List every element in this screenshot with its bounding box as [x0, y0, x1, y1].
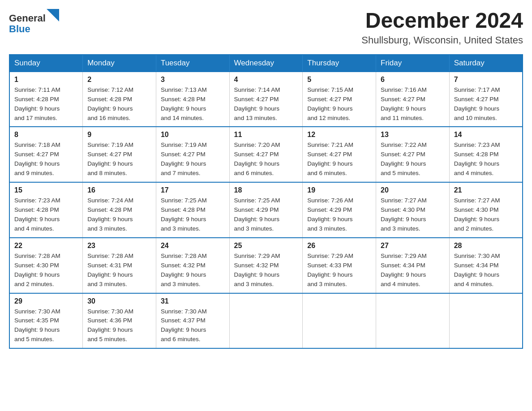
day-info: Sunrise: 7:16 AM Sunset: 4:27 PM Dayligh…	[381, 86, 445, 123]
day-info: Sunrise: 7:25 AM Sunset: 4:28 PM Dayligh…	[161, 196, 225, 234]
day-info: Sunrise: 7:27 AM Sunset: 4:30 PM Dayligh…	[381, 196, 445, 234]
logo-text: General Blue	[9, 9, 59, 34]
day-number: 2	[87, 76, 151, 84]
day-info: Sunrise: 7:30 AM Sunset: 4:36 PM Dayligh…	[87, 307, 151, 345]
calendar-cell: 31 Sunrise: 7:30 AM Sunset: 4:37 PM Dayl…	[156, 293, 229, 349]
calendar-cell: 2 Sunrise: 7:12 AM Sunset: 4:28 PM Dayli…	[83, 72, 156, 127]
calendar-header-row: SundayMondayTuesdayWednesdayThursdayFrid…	[9, 55, 523, 72]
header-wednesday: Wednesday	[229, 55, 303, 72]
day-info: Sunrise: 7:30 AM Sunset: 4:34 PM Dayligh…	[454, 252, 518, 289]
calendar-cell: 12 Sunrise: 7:21 AM Sunset: 4:27 PM Dayl…	[303, 127, 376, 182]
day-number: 22	[14, 242, 78, 250]
calendar-cell: 1 Sunrise: 7:11 AM Sunset: 4:28 PM Dayli…	[9, 72, 83, 127]
day-info: Sunrise: 7:11 AM Sunset: 4:28 PM Dayligh…	[14, 86, 78, 123]
day-info: Sunrise: 7:17 AM Sunset: 4:27 PM Dayligh…	[454, 86, 518, 123]
header-tuesday: Tuesday	[156, 55, 229, 72]
calendar-cell: 11 Sunrise: 7:20 AM Sunset: 4:27 PM Dayl…	[229, 127, 303, 182]
day-number: 25	[234, 242, 298, 250]
location-title: Shullsburg, Wisconsin, United States	[361, 34, 523, 46]
day-info: Sunrise: 7:29 AM Sunset: 4:33 PM Dayligh…	[307, 252, 371, 289]
calendar-cell: 27 Sunrise: 7:29 AM Sunset: 4:34 PM Dayl…	[376, 238, 450, 293]
day-info: Sunrise: 7:30 AM Sunset: 4:37 PM Dayligh…	[161, 307, 225, 345]
calendar-cell: 25 Sunrise: 7:29 AM Sunset: 4:32 PM Dayl…	[229, 238, 303, 293]
day-info: Sunrise: 7:18 AM Sunset: 4:27 PM Dayligh…	[14, 141, 78, 178]
day-info: Sunrise: 7:15 AM Sunset: 4:27 PM Dayligh…	[307, 86, 371, 123]
day-number: 30	[87, 297, 151, 305]
day-info: Sunrise: 7:25 AM Sunset: 4:29 PM Dayligh…	[234, 196, 298, 234]
day-number: 24	[161, 242, 225, 250]
calendar-cell	[376, 293, 450, 349]
calendar-cell: 13 Sunrise: 7:22 AM Sunset: 4:27 PM Dayl…	[376, 127, 450, 182]
calendar-cell: 22 Sunrise: 7:28 AM Sunset: 4:30 PM Dayl…	[9, 238, 83, 293]
day-number: 17	[161, 186, 225, 194]
calendar-cell: 24 Sunrise: 7:28 AM Sunset: 4:32 PM Dayl…	[156, 238, 229, 293]
day-info: Sunrise: 7:14 AM Sunset: 4:27 PM Dayligh…	[234, 86, 298, 123]
day-number: 4	[234, 76, 298, 84]
day-number: 8	[14, 131, 78, 139]
day-info: Sunrise: 7:27 AM Sunset: 4:30 PM Dayligh…	[454, 196, 518, 234]
calendar-cell	[303, 293, 376, 349]
day-number: 1	[14, 76, 78, 84]
week-row-4: 22 Sunrise: 7:28 AM Sunset: 4:30 PM Dayl…	[9, 238, 523, 293]
calendar-cell: 19 Sunrise: 7:26 AM Sunset: 4:29 PM Dayl…	[303, 182, 376, 238]
title-block: December 2024 Shullsburg, Wisconsin, Uni…	[361, 9, 523, 46]
day-number: 16	[87, 186, 151, 194]
day-info: Sunrise: 7:28 AM Sunset: 4:30 PM Dayligh…	[14, 252, 78, 289]
day-info: Sunrise: 7:29 AM Sunset: 4:32 PM Dayligh…	[234, 252, 298, 289]
day-number: 11	[234, 131, 298, 139]
day-number: 20	[381, 186, 445, 194]
calendar-cell: 17 Sunrise: 7:25 AM Sunset: 4:28 PM Dayl…	[156, 182, 229, 238]
day-info: Sunrise: 7:21 AM Sunset: 4:27 PM Dayligh…	[307, 141, 371, 178]
week-row-5: 29 Sunrise: 7:30 AM Sunset: 4:35 PM Dayl…	[9, 293, 523, 349]
day-info: Sunrise: 7:29 AM Sunset: 4:34 PM Dayligh…	[381, 252, 445, 289]
calendar-cell: 26 Sunrise: 7:29 AM Sunset: 4:33 PM Dayl…	[303, 238, 376, 293]
svg-marker-0	[47, 9, 59, 21]
calendar-cell: 10 Sunrise: 7:19 AM Sunset: 4:27 PM Dayl…	[156, 127, 229, 182]
day-number: 14	[454, 131, 518, 139]
calendar-cell	[229, 293, 303, 349]
day-number: 31	[161, 297, 225, 305]
day-number: 15	[14, 186, 78, 194]
header-sunday: Sunday	[9, 55, 83, 72]
day-info: Sunrise: 7:23 AM Sunset: 4:28 PM Dayligh…	[454, 141, 518, 178]
logo: General Blue	[9, 9, 59, 34]
calendar-cell: 15 Sunrise: 7:23 AM Sunset: 4:28 PM Dayl…	[9, 182, 83, 238]
calendar-cell: 6 Sunrise: 7:16 AM Sunset: 4:27 PM Dayli…	[376, 72, 450, 127]
day-info: Sunrise: 7:19 AM Sunset: 4:27 PM Dayligh…	[87, 141, 151, 178]
calendar-cell: 7 Sunrise: 7:17 AM Sunset: 4:27 PM Dayli…	[449, 72, 523, 127]
day-number: 27	[381, 242, 445, 250]
day-number: 13	[381, 131, 445, 139]
day-number: 26	[307, 242, 371, 250]
calendar-cell	[449, 293, 523, 349]
week-row-3: 15 Sunrise: 7:23 AM Sunset: 4:28 PM Dayl…	[9, 182, 523, 238]
logo-blue: Blue	[9, 23, 30, 34]
calendar-cell: 21 Sunrise: 7:27 AM Sunset: 4:30 PM Dayl…	[449, 182, 523, 238]
day-number: 9	[87, 131, 151, 139]
day-info: Sunrise: 7:24 AM Sunset: 4:28 PM Dayligh…	[87, 196, 151, 234]
calendar-table: SundayMondayTuesdayWednesdayThursdayFrid…	[9, 54, 523, 349]
calendar-cell: 18 Sunrise: 7:25 AM Sunset: 4:29 PM Dayl…	[229, 182, 303, 238]
week-row-2: 8 Sunrise: 7:18 AM Sunset: 4:27 PM Dayli…	[9, 127, 523, 182]
calendar-cell: 9 Sunrise: 7:19 AM Sunset: 4:27 PM Dayli…	[83, 127, 156, 182]
day-number: 5	[307, 76, 371, 84]
calendar-cell: 28 Sunrise: 7:30 AM Sunset: 4:34 PM Dayl…	[449, 238, 523, 293]
calendar-cell: 3 Sunrise: 7:13 AM Sunset: 4:28 PM Dayli…	[156, 72, 229, 127]
day-number: 10	[161, 131, 225, 139]
header-saturday: Saturday	[449, 55, 523, 72]
day-info: Sunrise: 7:23 AM Sunset: 4:28 PM Dayligh…	[14, 196, 78, 234]
day-info: Sunrise: 7:28 AM Sunset: 4:31 PM Dayligh…	[87, 252, 151, 289]
day-info: Sunrise: 7:26 AM Sunset: 4:29 PM Dayligh…	[307, 196, 371, 234]
header-friday: Friday	[376, 55, 450, 72]
header-thursday: Thursday	[303, 55, 376, 72]
calendar-cell: 20 Sunrise: 7:27 AM Sunset: 4:30 PM Dayl…	[376, 182, 450, 238]
day-number: 12	[307, 131, 371, 139]
logo-general: General	[9, 13, 46, 24]
calendar-cell: 16 Sunrise: 7:24 AM Sunset: 4:28 PM Dayl…	[83, 182, 156, 238]
day-number: 23	[87, 242, 151, 250]
calendar-cell: 14 Sunrise: 7:23 AM Sunset: 4:28 PM Dayl…	[449, 127, 523, 182]
calendar-cell: 30 Sunrise: 7:30 AM Sunset: 4:36 PM Dayl…	[83, 293, 156, 349]
calendar-cell: 8 Sunrise: 7:18 AM Sunset: 4:27 PM Dayli…	[9, 127, 83, 182]
day-info: Sunrise: 7:30 AM Sunset: 4:35 PM Dayligh…	[14, 307, 78, 345]
day-number: 6	[381, 76, 445, 84]
day-info: Sunrise: 7:22 AM Sunset: 4:27 PM Dayligh…	[381, 141, 445, 178]
